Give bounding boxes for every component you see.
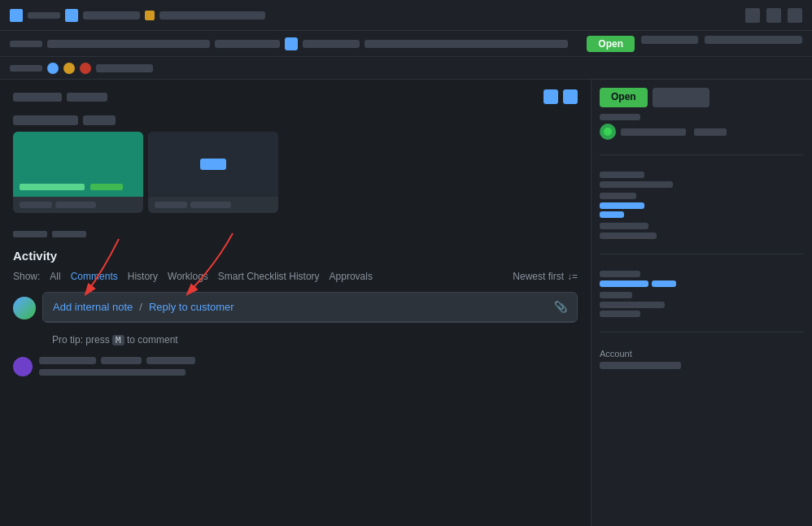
- card-footer-1: [13, 197, 143, 213]
- sidebar-account-section: Account: [600, 349, 804, 369]
- app-icon: [10, 9, 23, 22]
- commenter-avatar: [13, 357, 33, 376]
- filter-history[interactable]: History: [128, 271, 158, 282]
- content-area: Activity Show: All Comments History Work…: [0, 80, 591, 526]
- nav-breadcrumb-1: [28, 12, 60, 19]
- stripe1: [20, 184, 85, 190]
- card-info-1: [55, 202, 96, 208]
- user-dot-2: [63, 63, 75, 74]
- meta-label-1: [13, 93, 62, 102]
- icon-1[interactable]: [745, 8, 760, 23]
- comment-body: [39, 369, 578, 376]
- detail-value-3: [600, 233, 657, 239]
- activity-title: Activity: [13, 249, 578, 263]
- filter-smart-checklist[interactable]: Smart Checklist History: [218, 271, 320, 282]
- reply-to-customer-tab[interactable]: Reply to customer: [149, 299, 234, 315]
- comment-hint: Pro tip: press M to comment: [42, 329, 578, 350]
- attachments-section: [13, 115, 578, 220]
- comment-text: [39, 369, 186, 376]
- extra-row-1: [600, 271, 804, 287]
- top-bar-left: [10, 9, 739, 22]
- ticket-title-breadcrumb: [159, 11, 265, 20]
- s1: [10, 65, 42, 72]
- assignee-role: [694, 128, 727, 136]
- sidebar-extra-section: [600, 271, 804, 333]
- icon-3[interactable]: [788, 8, 802, 23]
- add-internal-note-tab[interactable]: Add internal note: [53, 299, 133, 315]
- nav-actions: Open: [587, 36, 802, 52]
- status-row: [0, 57, 812, 80]
- attachment-card-2[interactable]: [148, 132, 278, 213]
- sort-label[interactable]: Newest first ↓=: [513, 271, 578, 282]
- nav-breadcrumb-2: [83, 11, 140, 20]
- hint-key: M: [112, 335, 124, 346]
- card-preview-2: [148, 132, 278, 197]
- sidebar-actions-btn[interactable]: [653, 88, 709, 107]
- detail-value-2: [600, 202, 644, 209]
- icon-2[interactable]: [766, 8, 781, 23]
- extra-val-1b: [652, 280, 676, 287]
- status-label: [96, 64, 153, 72]
- ticket-icon: [65, 9, 78, 22]
- card-name-2: [155, 202, 187, 208]
- sidebar-open-btn[interactable]: Open: [600, 88, 648, 107]
- action-button[interactable]: [641, 36, 698, 44]
- user-dot: [47, 63, 59, 74]
- extra-label-1: [600, 271, 640, 277]
- card-preview-1: [13, 132, 143, 197]
- secondary-nav: Open: [0, 31, 812, 57]
- activity-section: Activity Show: All Comments History Work…: [13, 249, 578, 380]
- commenter-name: [39, 357, 96, 364]
- extra-val-1a: [600, 280, 648, 287]
- more-actions[interactable]: [705, 36, 802, 44]
- filter-all[interactable]: All: [50, 271, 60, 282]
- top-bar: [0, 0, 812, 31]
- filter-worklogs[interactable]: Worklogs: [168, 271, 208, 282]
- main-layout: Activity Show: All Comments History Work…: [0, 80, 812, 526]
- action-btn-1[interactable]: [13, 231, 47, 237]
- section-count: [83, 115, 116, 125]
- comment-input-area: Add internal note / Reply to customer 📎 …: [13, 292, 578, 350]
- sidebar-status-section: Open: [600, 88, 804, 155]
- card-footer-2: [148, 197, 278, 213]
- detail-label-3: [600, 223, 648, 229]
- extra-row-2: [600, 292, 804, 317]
- filter-icon: [285, 37, 298, 50]
- attachment-card-1[interactable]: [13, 132, 143, 213]
- comment-tabs: Add internal note / Reply to customer 📎: [43, 293, 577, 322]
- status-button[interactable]: Open: [587, 36, 635, 52]
- comment-box-wrapper: Add internal note / Reply to customer 📎 …: [42, 292, 578, 350]
- sidebar-user-row: [600, 124, 804, 140]
- filter-approvals[interactable]: Approvals: [330, 271, 373, 282]
- filter-bar: [47, 40, 210, 48]
- account-name: [600, 362, 681, 369]
- comment-header: [39, 357, 578, 364]
- filter-item-2: [303, 40, 360, 48]
- detail-label-2: [600, 193, 636, 199]
- filter-comments[interactable]: Comments: [71, 271, 118, 282]
- attach-icon[interactable]: 📎: [554, 301, 567, 313]
- user-dot-3: [80, 63, 91, 74]
- share-icon[interactable]: [563, 89, 578, 104]
- card-inner-btn: [200, 159, 226, 170]
- detail-value-2b: [600, 211, 624, 218]
- comment-area: Add internal note / Reply to customer 📎: [42, 292, 578, 323]
- comment-tag: [146, 357, 195, 364]
- extra-label-2: [600, 292, 632, 298]
- card-info-2: [190, 202, 231, 208]
- ticket-meta: [13, 89, 578, 104]
- extra-val-2b: [600, 311, 640, 317]
- account-label: Account: [600, 349, 804, 359]
- action-btn-2[interactable]: [52, 231, 86, 237]
- meta-row-1: [13, 89, 578, 104]
- activity-filters: Show: All Comments History Worklogs Smar…: [13, 271, 578, 282]
- bottom-comment-row: [13, 357, 578, 380]
- user-avatar: [13, 297, 36, 320]
- status-dot: [145, 11, 155, 20]
- detail-row-1: [600, 172, 804, 188]
- stripe2: [90, 184, 123, 190]
- detail-label-1: [600, 172, 644, 178]
- edit-icon[interactable]: [544, 89, 558, 104]
- back-btn[interactable]: [10, 41, 42, 47]
- right-sidebar: Open: [591, 80, 812, 526]
